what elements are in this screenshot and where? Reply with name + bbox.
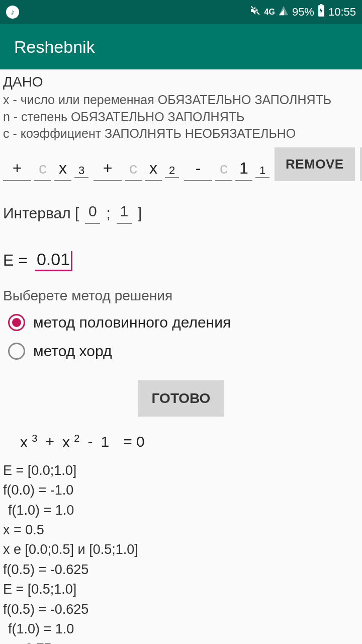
sign-1[interactable]: + (3, 157, 31, 181)
epsilon-input[interactable]: 0.01 (35, 249, 72, 271)
radio-bisection[interactable]: метод половинного деления (0, 308, 362, 337)
output-line: E = [0.0;1.0] (3, 461, 359, 480)
interval-a[interactable]: 0 (85, 201, 100, 224)
given-section: ДАНО x - число или переменная ОБЯЗАТЕЛЬН… (0, 72, 362, 142)
coef-1[interactable]: c (34, 157, 51, 181)
given-c-line: c - коэффициент ЗАПОЛНЯТЬ НЕОБЯЗАТЕЛЬНО (3, 125, 359, 142)
done-button[interactable]: ГОТОВО (138, 380, 225, 417)
sign-2[interactable]: + (94, 157, 122, 181)
output-line: x e [0.0;0.5] и [0.5;1.0] (3, 540, 359, 559)
polynomial-row: + c x 3 + c x 2 - c 1 1 REMOVE (0, 142, 362, 181)
var-1[interactable]: x (54, 157, 71, 181)
epsilon-row: E = 0.01 (0, 224, 362, 272)
app-title: Reshebnik (14, 37, 95, 57)
battery-icon (317, 4, 325, 20)
output-line: f(1.0) = 1.0 (3, 619, 359, 639)
output-line: f(0.5) = -0.625 (3, 560, 359, 580)
exp-2[interactable]: 2 (165, 165, 179, 178)
interval-label-suffix: ] (138, 203, 142, 224)
output-line: E = [0.5;1.0] (3, 580, 359, 599)
var-3[interactable]: 1 (235, 157, 252, 181)
interval-row: Интервал [ 0 ; 1 ] (0, 181, 362, 224)
music-icon: ♪ (6, 6, 19, 19)
coef-2[interactable]: c (125, 157, 142, 181)
coef-3[interactable]: c (215, 157, 232, 181)
interval-label-prefix: Интервал [ (3, 203, 79, 224)
remove-button[interactable]: REMOVE (275, 147, 355, 181)
result-formula: x 3 + x 2 - 1 = 0 (0, 422, 362, 458)
term-3: - c 1 1 (184, 157, 269, 181)
time-label: 10:55 (328, 6, 356, 19)
signal-icon (278, 5, 289, 19)
text-cursor (71, 251, 72, 271)
radio-chords[interactable]: метод хорд (0, 337, 362, 366)
app-bar: Reshebnik (0, 24, 362, 69)
add-button[interactable]: A (360, 147, 362, 181)
output-line: x = 0.5 (3, 520, 359, 540)
term-1: + c x 3 (3, 157, 88, 181)
given-heading: ДАНО (3, 72, 359, 92)
radio-chords-indicator (8, 343, 25, 360)
exp-3[interactable]: 1 (255, 165, 269, 178)
output-line: x = 0.75 (3, 639, 359, 644)
interval-sep: ; (106, 203, 110, 224)
method-title: Выберете метод решения (0, 271, 362, 308)
output-line: f(1.0) = 1.0 (3, 501, 359, 520)
network-label: 4G (264, 8, 275, 17)
exp-1[interactable]: 3 (74, 165, 88, 178)
given-x-line: x - число или переменная ОБЯЗАТЕЛЬНО ЗАП… (3, 92, 359, 109)
output-line: f(0.0) = -1.0 (3, 480, 359, 500)
sign-3[interactable]: - (184, 157, 212, 181)
radio-bisection-indicator (8, 314, 25, 331)
term-2: + c x 2 (94, 157, 179, 181)
status-bar: ♪ 4G 95% 10:55 (0, 0, 362, 24)
epsilon-label: E = (3, 250, 28, 271)
mute-icon (249, 5, 261, 20)
var-2[interactable]: x (145, 157, 162, 181)
given-n-line: n - степень ОБЯЗАТЕЛЬНО ЗАПОЛНЯТЬ (3, 109, 359, 126)
output-log: E = [0.0;1.0] f(0.0) = -1.0 f(1.0) = 1.0… (0, 458, 362, 644)
output-line: f(0.5) = -0.625 (3, 600, 359, 619)
radio-chords-label: метод хорд (33, 341, 112, 362)
battery-label: 95% (292, 6, 314, 19)
svg-rect-1 (320, 4, 323, 5)
radio-bisection-label: метод половинного деления (33, 312, 231, 333)
interval-b[interactable]: 1 (117, 201, 132, 224)
